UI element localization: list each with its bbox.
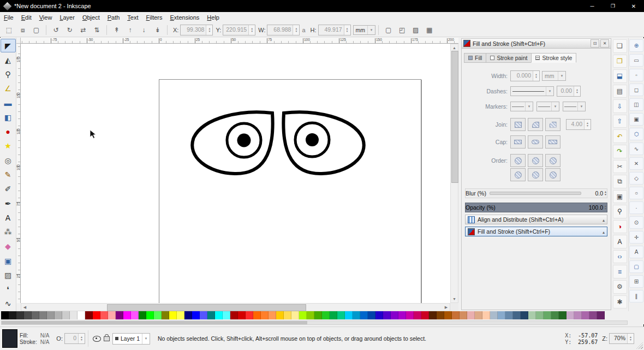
palette-swatch[interactable] bbox=[406, 311, 414, 319]
menu-file[interactable]: File bbox=[0, 13, 17, 22]
vertical-scrollbar-thumb[interactable] bbox=[451, 51, 458, 183]
box3d-tool[interactable]: ◧ bbox=[1, 110, 16, 124]
text-dialog-button[interactable]: A bbox=[613, 235, 627, 248]
layer-lock-icon[interactable] bbox=[104, 336, 110, 341]
spin-arrows[interactable] bbox=[604, 205, 607, 210]
palette-swatch[interactable] bbox=[223, 311, 230, 319]
palette-swatch[interactable] bbox=[505, 311, 513, 319]
snap-toggle[interactable]: ⊕ bbox=[629, 39, 643, 52]
palette-swatch[interactable] bbox=[162, 311, 169, 319]
layer-selector[interactable]: Layer 1 ▾ bbox=[112, 333, 150, 345]
stroke-width-units-dropdown[interactable]: mm bbox=[542, 71, 566, 81]
join-round-button[interactable] bbox=[528, 118, 543, 131]
scale-stroke-toggle[interactable]: ▢ bbox=[381, 23, 395, 37]
palette-swatch[interactable] bbox=[177, 311, 184, 319]
palette-swatch[interactable] bbox=[139, 311, 146, 319]
lower-to-bottom-button[interactable]: ↡ bbox=[151, 23, 164, 37]
palette-swatch[interactable] bbox=[253, 311, 261, 319]
palette-swatch[interactable] bbox=[100, 311, 108, 319]
menu-help[interactable]: Help bbox=[203, 13, 223, 22]
document-properties-button[interactable]: ⚙ bbox=[613, 280, 627, 294]
calligraphy-tool[interactable]: ✒ bbox=[1, 197, 16, 210]
palette-swatch[interactable] bbox=[62, 311, 70, 319]
scroll-right-icon[interactable]: ▶ bbox=[443, 304, 450, 311]
spin-arrows[interactable] bbox=[574, 86, 580, 96]
palette-swatch[interactable] bbox=[322, 311, 330, 319]
palette-swatch[interactable] bbox=[77, 311, 85, 319]
raise-button[interactable]: ↑ bbox=[123, 23, 137, 37]
scale-corners-toggle[interactable]: ◰ bbox=[395, 23, 409, 37]
opacity-row[interactable]: Opacity (%) 100.0 bbox=[465, 203, 607, 212]
dropper-tool[interactable]: ❛ bbox=[1, 283, 16, 296]
palette-swatch[interactable] bbox=[55, 311, 62, 319]
palette-swatch[interactable] bbox=[574, 311, 582, 319]
join-bevel-button[interactable] bbox=[545, 118, 560, 131]
stroke-width-input[interactable]: 0.000 bbox=[510, 70, 540, 81]
palette-swatch[interactable] bbox=[475, 311, 482, 319]
fill-stroke-dialog-button[interactable]: ◑ bbox=[613, 220, 627, 234]
palette-swatch[interactable] bbox=[330, 311, 337, 319]
dash-offset-input[interactable]: 0.00 bbox=[557, 86, 581, 97]
spin-arrows[interactable] bbox=[344, 25, 350, 35]
snap-bbox-corners-toggle[interactable]: ◻ bbox=[629, 84, 643, 96]
miter-limit-input[interactable]: 4.00 bbox=[566, 119, 591, 130]
palette-swatch[interactable] bbox=[521, 311, 528, 319]
snap-text-baseline-toggle[interactable]: A bbox=[629, 246, 643, 258]
palette-swatch[interactable] bbox=[85, 311, 93, 319]
paint-order-4-button[interactable] bbox=[510, 168, 526, 181]
pencil-tool[interactable]: ✎ bbox=[1, 168, 16, 181]
close-button[interactable] bbox=[623, 0, 644, 12]
minimize-button[interactable] bbox=[582, 0, 603, 12]
snap-object-centers-toggle[interactable]: ⊙ bbox=[629, 216, 643, 229]
menu-edit[interactable]: Edit bbox=[17, 13, 35, 22]
scroll-down-icon[interactable]: ▼ bbox=[451, 295, 458, 302]
spin-arrows[interactable] bbox=[78, 334, 85, 343]
cut-button[interactable]: ✂ bbox=[613, 160, 627, 174]
zoom-drawing-button[interactable]: ⚲ bbox=[613, 205, 627, 218]
rotate-ccw-button[interactable]: ↺ bbox=[49, 23, 63, 37]
palette-swatch[interactable] bbox=[131, 311, 139, 319]
paint-order-3-button[interactable] bbox=[545, 154, 560, 167]
palette-swatch[interactable] bbox=[490, 311, 498, 319]
palette-swatch[interactable] bbox=[93, 311, 100, 319]
height-input[interactable]: 49.917 bbox=[318, 25, 351, 35]
palette-swatch[interactable] bbox=[123, 311, 131, 319]
cap-butt-button[interactable] bbox=[510, 135, 526, 149]
pupil-circle-1[interactable] bbox=[237, 134, 251, 147]
export-button[interactable]: ⇧ bbox=[613, 115, 627, 128]
marker-dropdown-3[interactable] bbox=[563, 102, 586, 111]
palette-swatch[interactable] bbox=[307, 311, 314, 319]
save-document-button[interactable]: ⬓ bbox=[613, 69, 627, 83]
undo-button[interactable]: ↶ bbox=[613, 129, 627, 143]
menu-view[interactable]: View bbox=[35, 13, 56, 22]
print-button[interactable]: ▤ bbox=[613, 85, 627, 98]
spin-arrows[interactable] bbox=[206, 25, 212, 35]
palette-swatch[interactable] bbox=[437, 311, 444, 319]
spray-tool[interactable]: ⁂ bbox=[1, 225, 16, 239]
flip-horizontal-button[interactable]: ⇄ bbox=[76, 23, 90, 37]
connector-tool[interactable]: ∿ bbox=[1, 297, 16, 311]
vertical-scrollbar[interactable]: ▲ ▼ bbox=[450, 44, 458, 303]
select-all-layers-button[interactable]: ⧈ bbox=[16, 23, 29, 37]
palette-swatch[interactable] bbox=[230, 311, 238, 319]
move-patterns-toggle[interactable]: ▦ bbox=[422, 23, 436, 37]
palette-swatch[interactable] bbox=[246, 311, 253, 319]
panel-close-button[interactable] bbox=[600, 39, 609, 48]
fill-stroke-indicator[interactable]: Fill: N/A Stroke: N/A bbox=[20, 333, 49, 345]
palette-swatch[interactable] bbox=[482, 311, 490, 319]
palette-swatch[interactable] bbox=[567, 311, 574, 319]
horizontal-ruler[interactable]: -75-50-250255075100125150175200 bbox=[21, 38, 458, 44]
layer-visibility-icon[interactable] bbox=[93, 336, 101, 342]
palette-swatch[interactable] bbox=[291, 311, 299, 319]
palette-swatch[interactable] bbox=[154, 311, 162, 319]
pupil-circle-2[interactable] bbox=[306, 133, 319, 146]
palette-swatch[interactable] bbox=[70, 311, 77, 319]
palette-swatch[interactable] bbox=[353, 311, 360, 319]
palette-swatch[interactable] bbox=[200, 311, 207, 319]
paste-button[interactable]: ▣ bbox=[613, 190, 627, 204]
palette-swatch[interactable] bbox=[528, 311, 536, 319]
align-dialog-button[interactable]: ≡ bbox=[613, 265, 627, 278]
rect-tool[interactable]: ▬ bbox=[1, 96, 16, 110]
palette-swatch[interactable] bbox=[582, 311, 589, 319]
snap-grids-toggle[interactable]: ⊞ bbox=[629, 275, 643, 288]
